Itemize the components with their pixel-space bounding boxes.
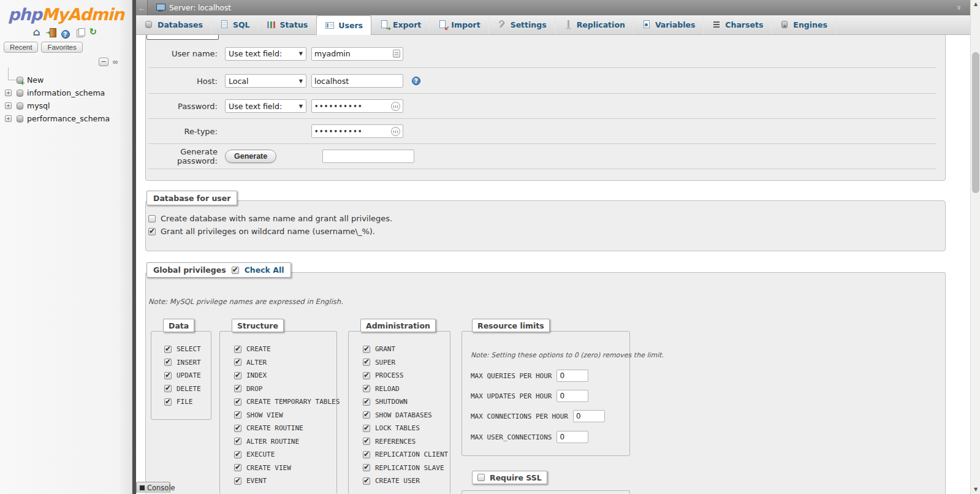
host-help-icon[interactable]: ? — [412, 77, 420, 85]
checkbox[interactable] — [234, 385, 241, 392]
logout-icon[interactable] — [47, 28, 57, 37]
tree-item-new[interactable]: New — [0, 74, 132, 86]
host-input[interactable]: localhost — [311, 74, 403, 88]
panel-resize-divider[interactable] — [132, 0, 136, 494]
privilege-shutdown[interactable]: SHUTDOWN — [363, 395, 448, 409]
checkbox[interactable] — [234, 451, 241, 458]
checkbox[interactable] — [234, 425, 241, 432]
checkbox[interactable] — [363, 346, 370, 353]
checkbox[interactable] — [148, 215, 156, 222]
favorites-button[interactable]: Favorites — [41, 42, 82, 53]
privilege-index[interactable]: INDEX — [234, 369, 340, 382]
checkbox[interactable] — [363, 411, 370, 419]
checkbox[interactable] — [234, 398, 241, 406]
generate-button[interactable]: Generate — [225, 150, 276, 163]
privilege-delete[interactable]: DELETE — [164, 382, 201, 396]
tab-databases[interactable]: Databases — [136, 15, 211, 34]
privilege-update[interactable]: UPDATE — [164, 369, 201, 382]
checkbox[interactable] — [234, 438, 241, 445]
tree-item-information-schema[interactable]: + information_schema — [0, 86, 132, 99]
privilege-create[interactable]: CREATE — [234, 343, 340, 356]
max-user-connections-input[interactable]: 0 — [556, 431, 588, 443]
host-type-select[interactable]: Local▼ — [225, 74, 306, 88]
checkbox[interactable] — [234, 346, 241, 353]
generated-password-input[interactable] — [322, 150, 414, 163]
tree-item-mysql[interactable]: + mysql — [0, 99, 132, 112]
checkbox[interactable] — [164, 346, 172, 353]
privilege-insert[interactable]: INSERT — [164, 356, 201, 370]
checkbox[interactable] — [234, 359, 241, 366]
home-icon[interactable]: ⌂ — [33, 28, 43, 37]
checkbox[interactable] — [363, 372, 370, 379]
tab-charsets[interactable]: Charsets — [704, 15, 772, 34]
privilege-replication-slave[interactable]: REPLICATION SLAVE — [363, 462, 448, 475]
privilege-reload[interactable]: RELOAD — [363, 382, 448, 396]
tab-export[interactable]: Export — [371, 15, 430, 34]
privilege-create-user[interactable]: CREATE USER — [363, 474, 448, 488]
expand-icon[interactable]: + — [5, 89, 12, 96]
create-db-same-name-option[interactable]: Create database with same name and grant… — [148, 214, 392, 223]
checkbox[interactable] — [164, 398, 172, 406]
checkbox[interactable] — [164, 372, 172, 379]
expand-icon[interactable]: + — [5, 115, 12, 122]
tab-sql[interactable]: SQL — [211, 15, 259, 34]
back-button[interactable]: ← — [136, 0, 148, 15]
username-input[interactable]: myadmin — [311, 47, 403, 61]
privilege-execute[interactable]: EXECUTE — [234, 448, 340, 462]
checkbox[interactable] — [148, 228, 156, 235]
phpmyadmin-logo[interactable]: phpMyAdmin — [0, 0, 132, 24]
checkbox[interactable] — [363, 477, 370, 485]
privilege-alter-routine[interactable]: ALTER ROUTINE — [234, 435, 340, 449]
privilege-grant[interactable]: GRANT — [363, 343, 448, 356]
privilege-alter[interactable]: ALTER — [234, 356, 340, 370]
link-panel-icon[interactable]: ∞ — [112, 58, 118, 66]
help-icon[interactable]: ? — [61, 30, 70, 39]
privilege-show-databases[interactable]: SHOW DATABASES — [363, 409, 448, 422]
documentation-icon[interactable] — [75, 28, 85, 37]
grant-wildcard-option[interactable]: Grant all privileges on wildcard name (u… — [148, 227, 375, 236]
privilege-replication-client[interactable]: REPLICATION CLIENT — [363, 448, 448, 462]
collapse-all-icon[interactable]: − — [99, 58, 108, 66]
checkbox[interactable] — [363, 438, 370, 445]
privilege-create-view[interactable]: CREATE VIEW — [234, 462, 340, 475]
expand-icon[interactable]: + — [5, 102, 12, 109]
keyboard-icon[interactable] — [391, 102, 400, 111]
checkbox[interactable] — [363, 451, 370, 458]
checkbox[interactable] — [234, 372, 241, 379]
privilege-references[interactable]: REFERENCES — [363, 435, 448, 449]
privilege-select[interactable]: SELECT — [164, 343, 201, 356]
tab-import[interactable]: Import — [430, 15, 488, 34]
username-type-select[interactable]: Use text field:▼ — [225, 47, 306, 61]
checkbox[interactable] — [363, 398, 370, 406]
tab-engines[interactable]: Engines — [772, 15, 836, 34]
password-type-select[interactable]: Use text field:▼ — [225, 99, 306, 113]
tab-settings[interactable]: Settings — [489, 15, 555, 34]
server-title[interactable]: Server: localhost — [169, 4, 231, 12]
privilege-super[interactable]: SUPER — [363, 356, 448, 370]
vertical-scrollbar[interactable]: ▲ ▼ — [970, 0, 980, 494]
require-ssl-checkbox[interactable] — [477, 474, 485, 481]
privilege-create-routine[interactable]: CREATE ROUTINE — [234, 422, 340, 435]
max-updates-input[interactable]: 0 — [556, 390, 588, 402]
retype-password-input[interactable]: •••••••••• — [311, 124, 403, 138]
checkbox[interactable] — [164, 359, 172, 366]
checkbox[interactable] — [234, 464, 241, 471]
tab-status[interactable]: Status — [259, 15, 317, 34]
privilege-file[interactable]: FILE — [164, 395, 201, 409]
max-queries-input[interactable]: 0 — [556, 370, 588, 382]
privilege-process[interactable]: PROCESS — [363, 369, 448, 382]
check-all-checkbox[interactable] — [232, 267, 239, 274]
privilege-show-view[interactable]: SHOW VIEW — [234, 409, 340, 422]
tab-replication[interactable]: Replication — [555, 15, 634, 34]
privilege-create-temporary-tables[interactable]: CREATE TEMPORARY TABLES — [234, 395, 340, 409]
tab-users[interactable]: Users — [316, 15, 371, 35]
tab-variables[interactable]: Variables — [634, 15, 704, 34]
checkbox[interactable] — [363, 464, 370, 471]
keyboard-icon[interactable] — [391, 127, 400, 136]
checkbox[interactable] — [363, 425, 370, 432]
tree-item-performance-schema[interactable]: + performance_schema — [0, 112, 132, 125]
check-all-link[interactable]: Check All — [245, 265, 284, 275]
recent-button[interactable]: Recent — [4, 42, 38, 53]
privilege-lock-tables[interactable]: LOCK TABLES — [363, 422, 448, 435]
privilege-event[interactable]: EVENT — [234, 474, 340, 488]
